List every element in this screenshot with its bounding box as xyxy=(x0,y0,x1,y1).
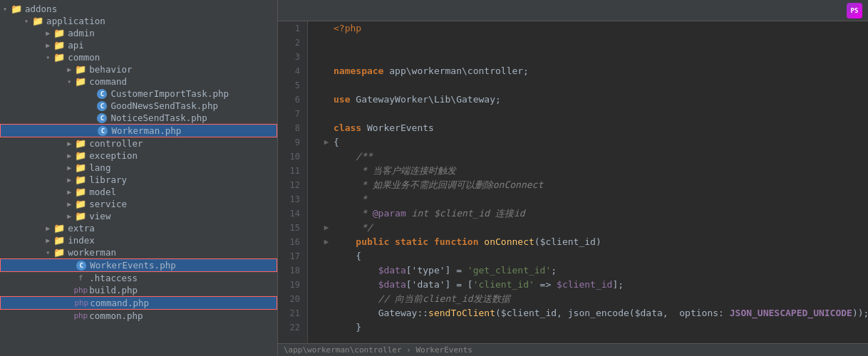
indent-spacer xyxy=(0,162,64,173)
php-file-icon: C xyxy=(95,89,108,99)
php-file-icon: C xyxy=(95,113,108,123)
tree-item-command[interactable]: ▾📁command xyxy=(0,75,277,88)
tree-item-command-php[interactable]: phpcommand.php xyxy=(0,296,277,310)
line-number: 21 xyxy=(278,306,303,320)
token: { xyxy=(334,251,361,261)
code-line: * xyxy=(319,192,868,206)
token: * xyxy=(334,208,373,219)
token: onConnect xyxy=(484,236,534,247)
line-number: 2 xyxy=(278,36,303,50)
code-line: Gateway::sendToClient($client_id, json_e… xyxy=(319,306,868,320)
tree-item-WorkerEvents[interactable]: CWorkerEvents.php xyxy=(0,258,277,272)
tree-item-view[interactable]: ▶📁view xyxy=(0,210,277,222)
item-label: view xyxy=(89,211,277,221)
line-number: 10 xyxy=(278,150,303,164)
indent-spacer xyxy=(1,260,65,271)
folder-icon: 📁 xyxy=(74,163,87,173)
item-label: extra xyxy=(68,223,277,234)
token: ]; xyxy=(612,279,624,290)
arrow-icon: ▶ xyxy=(64,212,74,220)
tree-item-service[interactable]: ▶📁service xyxy=(0,198,277,210)
file-icon: f xyxy=(74,273,87,283)
folder-icon: 📁 xyxy=(10,4,23,14)
token: namespace xyxy=(334,66,389,76)
code-line: $data['data'] = ['client_id' => $client_… xyxy=(319,278,868,292)
line-number: 12 xyxy=(278,178,303,192)
code-tokens: use GatewayWorker\Lib\Gateway; xyxy=(334,93,501,107)
tree-item-common-php[interactable]: phpcommon.php xyxy=(0,310,277,322)
tree-item-controller[interactable]: ▶📁controller xyxy=(0,137,277,150)
line-number: 13 xyxy=(278,192,303,206)
arrow-icon: ▶ xyxy=(43,29,53,37)
item-label: command.php xyxy=(90,298,277,308)
tree-item-application[interactable]: ▾📁application xyxy=(0,15,277,27)
line-number: 7 xyxy=(278,107,303,121)
folder-icon: 📁 xyxy=(31,16,44,26)
ps-logo: PS xyxy=(847,3,862,19)
arrow-icon: ▶ xyxy=(64,164,74,172)
folder-icon: 📁 xyxy=(74,187,87,197)
code-area[interactable]: <?phpnamespace app\workerman\controller;… xyxy=(308,21,868,343)
token xyxy=(334,236,356,247)
indent-spacer xyxy=(0,247,43,258)
token: 'client_id' xyxy=(473,279,534,290)
indent-spacer xyxy=(0,16,21,26)
tree-item-library[interactable]: ▶📁library xyxy=(0,174,277,186)
code-tokens: * xyxy=(334,192,367,206)
token: int xyxy=(406,208,434,219)
tree-item-CustomerImportTask[interactable]: CCustomerImportTask.php xyxy=(0,88,277,100)
tree-item-htaccess[interactable]: f.htaccess xyxy=(0,272,277,284)
tree-item-build[interactable]: phpbuild.php xyxy=(0,284,277,296)
code-tokens: * 当客户端连接时触发 xyxy=(334,164,456,178)
breadcrumb: \app\workerman\controller › WorkerEvents xyxy=(284,345,472,355)
token xyxy=(389,236,395,247)
tree-item-GoodNewsSendTask[interactable]: CGoodNewsSendTask.php xyxy=(0,100,277,112)
token: static xyxy=(395,236,428,247)
item-label: admin xyxy=(68,28,277,38)
token: $data xyxy=(378,265,406,276)
code-tokens: { xyxy=(334,249,361,263)
gutter-icon: ▶ xyxy=(319,135,334,150)
code-tokens: * 如果业务不需此回调可以删除onConnect xyxy=(334,178,543,192)
code-tokens: // 向当前client_id发送数据 xyxy=(334,292,510,306)
token xyxy=(334,265,378,276)
tree-item-exception[interactable]: ▶📁exception xyxy=(0,150,277,162)
tree-item-api[interactable]: ▶📁api xyxy=(0,39,277,51)
item-label: api xyxy=(68,40,277,51)
tree-item-Workerman[interactable]: CWorkerman.php xyxy=(0,124,277,137)
tree-item-admin[interactable]: ▶📁admin xyxy=(0,27,277,39)
indent-spacer xyxy=(0,285,64,295)
arrow-icon: ▶ xyxy=(43,236,53,244)
token: // 向当前 xyxy=(334,293,423,304)
folder-icon: 📁 xyxy=(74,175,87,185)
tree-item-common[interactable]: ▾📁common xyxy=(0,51,277,63)
code-editor: PS 12345678910111213141516171819202122 <… xyxy=(278,0,868,356)
token: :: xyxy=(417,308,428,318)
code-tokens: /** xyxy=(334,150,373,164)
file-tree[interactable]: ▾📁addons ▾📁application ▶📁admin ▶📁api ▾📁c… xyxy=(0,0,278,356)
tree-item-NoticeSendTask[interactable]: CNoticeSendTask.php xyxy=(0,112,277,124)
tree-item-lang[interactable]: ▶📁lang xyxy=(0,162,277,174)
item-label: command xyxy=(89,76,277,87)
arrow-icon: ▶ xyxy=(64,200,74,208)
token: use xyxy=(334,94,356,105)
tree-item-model[interactable]: ▶📁model xyxy=(0,186,277,198)
token: ($client_id) xyxy=(534,236,601,247)
arrow-icon: ▾ xyxy=(43,53,53,61)
token: 发送数据 xyxy=(473,293,510,304)
indent-spacer xyxy=(0,273,64,283)
item-label: .htaccess xyxy=(89,273,277,283)
token: ($client_id, json_encode($data, options: xyxy=(495,308,730,318)
arrow-icon: ▾ xyxy=(21,17,31,25)
folder-icon: 📁 xyxy=(74,77,87,87)
code-line: } xyxy=(319,320,868,335)
tree-item-index[interactable]: ▶📁index xyxy=(0,234,277,246)
tree-item-behavior[interactable]: ▶📁behavior xyxy=(0,63,277,75)
tree-item-addons[interactable]: ▾📁addons xyxy=(0,3,277,15)
tree-item-workerman[interactable]: ▾📁workerman xyxy=(0,246,277,258)
item-label: GoodNewsSendTask.php xyxy=(110,100,277,111)
tree-item-extra[interactable]: ▶📁extra xyxy=(0,222,277,234)
code-line xyxy=(319,50,868,64)
token: )); xyxy=(852,308,868,318)
line-number: 16 xyxy=(278,235,303,249)
